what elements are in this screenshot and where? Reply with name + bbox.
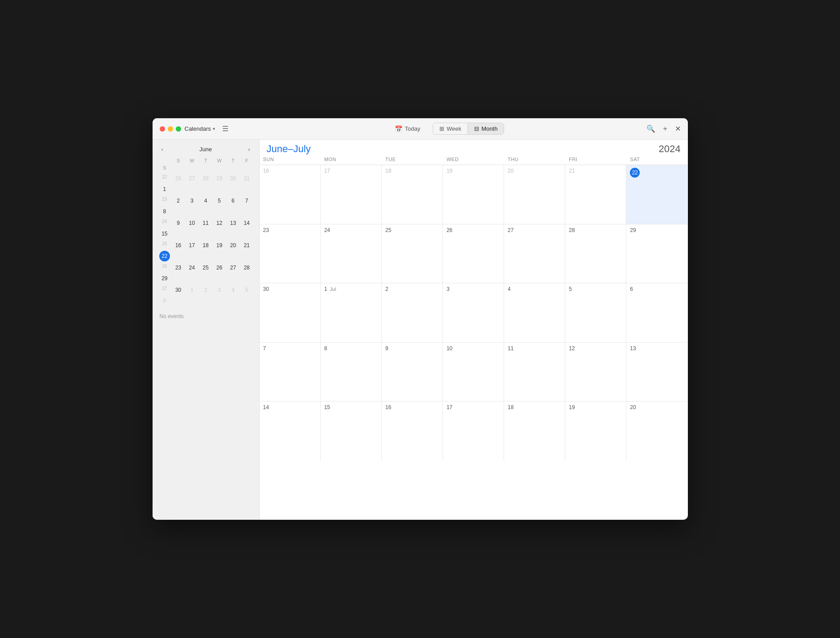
cal-cell[interactable]: 22 [626, 165, 687, 224]
week-view-button[interactable]: ⊞ Week [433, 123, 468, 134]
mini-week-num[interactable]: 23 [158, 195, 172, 206]
cal-cell[interactable]: 20 [504, 165, 565, 224]
cal-cell[interactable]: 13 [626, 343, 687, 402]
cal-cell[interactable]: 29 [626, 224, 687, 283]
cal-cell[interactable]: 16 [260, 165, 321, 224]
mini-day[interactable]: 29 [159, 273, 170, 284]
cal-cell[interactable]: 15 [321, 402, 382, 461]
search-button[interactable]: 🔍 [646, 124, 655, 133]
mini-day[interactable]: 28 [200, 173, 211, 184]
cal-cell[interactable]: 14 [260, 402, 321, 461]
mini-day[interactable]: 20 [228, 240, 238, 251]
week-grid-icon: ⊞ [439, 125, 444, 132]
close-button[interactable] [160, 126, 165, 132]
mini-day[interactable]: 1 [186, 285, 197, 295]
cal-cell[interactable]: 2 [382, 283, 443, 342]
mini-day[interactable]: 30 [228, 173, 238, 184]
mini-day[interactable]: 30 [173, 285, 184, 295]
mini-day[interactable]: 4 [228, 285, 238, 295]
cal-cell[interactable]: 8 [321, 343, 382, 402]
mini-day[interactable]: 26 [173, 173, 184, 184]
mini-day[interactable]: 4 [200, 195, 211, 206]
mini-day[interactable]: 5 [241, 285, 252, 295]
cal-cell[interactable]: 3 [443, 283, 504, 342]
cal-cell[interactable]: 24 [321, 224, 382, 283]
next-month-button[interactable]: › [246, 145, 252, 153]
mini-week-num[interactable]: 25 [158, 240, 172, 251]
mini-day[interactable]: 28 [241, 262, 252, 273]
mini-day[interactable]: 12 [214, 218, 225, 228]
cal-cell[interactable]: 26 [443, 224, 504, 283]
cal-cell[interactable]: 18 [504, 402, 565, 461]
cal-cell[interactable]: 25 [382, 224, 443, 283]
mini-day[interactable]: 5 [214, 195, 225, 206]
mini-week-num[interactable]: 27 [158, 285, 172, 295]
cal-cell[interactable]: 4 [504, 283, 565, 342]
mini-day[interactable]: 1 [159, 184, 170, 195]
cal-cell[interactable]: 28 [565, 224, 626, 283]
cal-cell[interactable]: 17 [321, 165, 382, 224]
mini-day[interactable]: 7 [241, 195, 252, 206]
mini-day[interactable]: 13 [228, 218, 238, 228]
month-view-button[interactable]: ⊟ Month [468, 123, 504, 134]
mini-day[interactable]: 15 [159, 228, 170, 239]
prev-month-button[interactable]: ‹ [160, 145, 165, 153]
cal-cell[interactable]: 19 [565, 402, 626, 461]
cal-cell[interactable]: 11 [504, 343, 565, 402]
cal-cell[interactable]: 30 [260, 283, 321, 342]
mini-day[interactable]: 24 [186, 262, 197, 273]
cal-cell[interactable]: 5 [565, 283, 626, 342]
mini-day[interactable]: 8 [159, 206, 170, 217]
cal-cell[interactable]: 27 [504, 224, 565, 283]
cal-cell[interactable]: 12 [565, 343, 626, 402]
mini-week-num[interactable]: 24 [158, 218, 172, 228]
today-button[interactable]: 📅 Today [389, 124, 426, 134]
cal-cell[interactable]: 18 [382, 165, 443, 224]
mini-day[interactable]: 3 [214, 285, 225, 295]
cal-cell[interactable]: 23 [260, 224, 321, 283]
mini-day[interactable]: 21 [241, 240, 252, 251]
mini-day[interactable]: 2 [173, 195, 184, 206]
mini-day[interactable]: 22 [159, 251, 170, 261]
cal-cell[interactable]: 21 [565, 165, 626, 224]
cal-day-num: 15 [324, 404, 330, 410]
menu-icon[interactable]: ☰ [222, 124, 228, 133]
cal-cell[interactable]: 6 [626, 283, 687, 342]
calendars-menu[interactable]: Calendars ▾ [185, 125, 215, 132]
cal-cell[interactable]: 1Jul [321, 283, 382, 342]
cal-cell[interactable]: 20 [626, 402, 687, 461]
mini-day[interactable]: 6 [228, 195, 238, 206]
mini-day[interactable]: 27 [228, 262, 238, 273]
mini-day[interactable]: 27 [186, 173, 197, 184]
cal-cell[interactable]: 10 [443, 343, 504, 402]
cal-cell[interactable]: 9 [382, 343, 443, 402]
mini-day[interactable]: 14 [241, 218, 252, 228]
close-window-button[interactable]: ✕ [675, 124, 681, 133]
mini-dow-t2: T [226, 157, 240, 164]
mini-day[interactable]: 6 [159, 295, 170, 306]
mini-day[interactable]: 23 [173, 262, 184, 273]
mini-day[interactable]: 26 [214, 262, 225, 273]
mini-day[interactable]: 29 [214, 173, 225, 184]
mini-day[interactable]: 18 [200, 240, 211, 251]
mini-week-num[interactable]: 22 [158, 173, 172, 184]
add-button[interactable]: ＋ [662, 124, 669, 133]
mini-day[interactable]: 17 [186, 240, 197, 251]
cal-cell[interactable]: 16 [382, 402, 443, 461]
mini-day[interactable]: 9 [173, 218, 184, 228]
cal-cell[interactable]: 19 [443, 165, 504, 224]
mini-day[interactable]: 3 [186, 195, 197, 206]
minimize-button[interactable] [168, 126, 173, 132]
maximize-button[interactable] [176, 126, 181, 132]
cal-cell[interactable]: 7 [260, 343, 321, 402]
mini-week-num[interactable]: 26 [158, 262, 172, 273]
mini-day[interactable]: 10 [186, 218, 197, 228]
mini-day[interactable]: 2 [200, 285, 211, 295]
mini-day[interactable]: 31 [241, 173, 252, 184]
mini-day[interactable]: 25 [200, 262, 211, 273]
cal-cell[interactable]: 17 [443, 402, 504, 461]
cal-day-num: 18 [508, 404, 513, 410]
mini-day[interactable]: 19 [214, 240, 225, 251]
mini-day[interactable]: 16 [173, 240, 184, 251]
mini-day[interactable]: 11 [200, 218, 211, 228]
